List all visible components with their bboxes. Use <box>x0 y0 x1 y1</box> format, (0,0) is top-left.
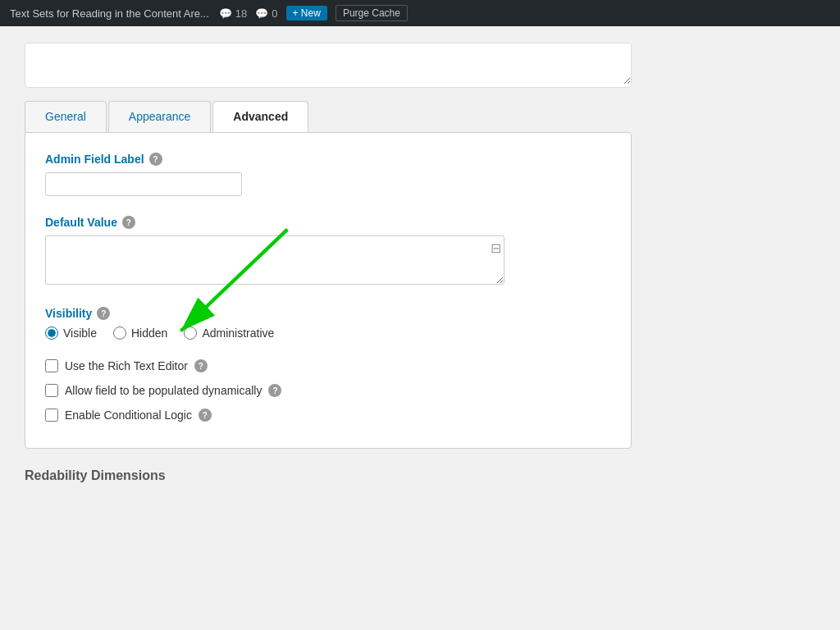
main-content: General Appearance Advanced Admin Field … <box>0 26 656 500</box>
checkbox-rich-text-input[interactable] <box>45 359 58 372</box>
top-bar: Text Sets for Reading in the Content Are… <box>0 0 840 26</box>
radio-administrative-text: Administrative <box>202 326 274 340</box>
admin-field-label-help-icon[interactable]: ? <box>149 153 162 166</box>
checkboxes-group: Use the Rich Text Editor ? Allow field t… <box>45 359 611 422</box>
radio-visible-label[interactable]: Visible <box>45 326 97 340</box>
checkbox-dynamic-input[interactable] <box>45 384 58 397</box>
default-value-text: Default Value <box>45 216 117 229</box>
admin-field-label-heading: Admin Field Label ? <box>45 153 611 166</box>
checkbox-rich-text-label[interactable]: Use the Rich Text Editor ? <box>45 359 611 372</box>
checkbox-conditional-text: Enable Conditional Logic <box>65 409 192 422</box>
checkbox-rich-text-text: Use the Rich Text Editor <box>65 359 188 372</box>
checkbox-conditional-label[interactable]: Enable Conditional Logic ? <box>45 409 611 422</box>
checkbox-conditional-help-icon[interactable]: ? <box>199 409 212 422</box>
radio-administrative-input[interactable] <box>184 326 197 340</box>
admin-field-label-group: Admin Field Label ? <box>45 153 611 196</box>
top-bar-actions: 💬 18 💬 0 + New Purge Cache <box>219 5 408 21</box>
radio-administrative-label[interactable]: Administrative <box>184 326 274 340</box>
new-button[interactable]: + New <box>286 6 327 21</box>
tabs-container: General Appearance Advanced <box>25 101 632 132</box>
checkbox-dynamic-label[interactable]: Allow field to be populated dynamically … <box>45 384 611 397</box>
checkbox-dynamic-text: Allow field to be populated dynamically <box>65 384 262 397</box>
bottom-section-title: Redability Dimensions <box>25 468 632 483</box>
default-value-heading: Default Value ? <box>45 216 611 229</box>
default-value-group: Default Value ? ⊟ <box>45 216 611 287</box>
replies-count: 0 <box>272 7 277 20</box>
visibility-label-text: Visibility <box>45 307 92 320</box>
admin-field-label-text: Admin Field Label <box>45 153 144 166</box>
tab-general-label: General <box>45 110 86 123</box>
top-textarea-wrap <box>25 43 632 88</box>
comments-icon: 💬 <box>219 7 232 20</box>
checkbox-dynamic-help-icon[interactable]: ? <box>268 384 281 397</box>
replies-icon: 💬 <box>255 7 268 20</box>
default-value-wrap: ⊟ <box>45 235 504 285</box>
page-title: Text Sets for Reading in the Content Are… <box>10 7 209 20</box>
bottom-section-label: Redability Dimensions <box>25 468 166 482</box>
visibility-help-icon[interactable]: ? <box>97 307 110 320</box>
default-value-help-icon[interactable]: ? <box>122 216 135 229</box>
radio-hidden-input[interactable] <box>113 326 126 340</box>
radio-hidden-label[interactable]: Hidden <box>113 326 167 340</box>
radio-hidden-text: Hidden <box>131 326 167 340</box>
top-textarea[interactable] <box>25 43 631 84</box>
tab-advanced[interactable]: Advanced <box>212 101 308 132</box>
advanced-panel: Admin Field Label ? Default Value ? ⊟ <box>25 132 632 449</box>
visibility-heading: Visibility ? <box>45 307 611 320</box>
default-value-textarea[interactable] <box>45 235 504 285</box>
admin-field-label-input[interactable] <box>45 172 242 196</box>
radio-visible-text: Visible <box>63 326 97 340</box>
purge-cache-button[interactable]: Purge Cache <box>336 5 408 21</box>
checkbox-conditional-input[interactable] <box>45 409 58 422</box>
replies-group: 💬 0 <box>255 7 277 20</box>
comments-group: 💬 18 <box>219 7 247 20</box>
checkbox-rich-text-help-icon[interactable]: ? <box>194 359 208 372</box>
visibility-group: Visibility ? Visible Hidden Administrati… <box>45 307 611 340</box>
comments-count: 18 <box>235 7 247 20</box>
tab-appearance-label: Appearance <box>129 110 191 123</box>
visibility-radio-group: Visible Hidden Administrative <box>45 326 611 340</box>
tab-general[interactable]: General <box>25 101 107 132</box>
textarea-expand-icon[interactable]: ⊟ <box>491 240 501 256</box>
radio-visible-input[interactable] <box>45 326 58 340</box>
tab-appearance[interactable]: Appearance <box>108 101 212 132</box>
tab-advanced-label: Advanced <box>233 110 288 123</box>
